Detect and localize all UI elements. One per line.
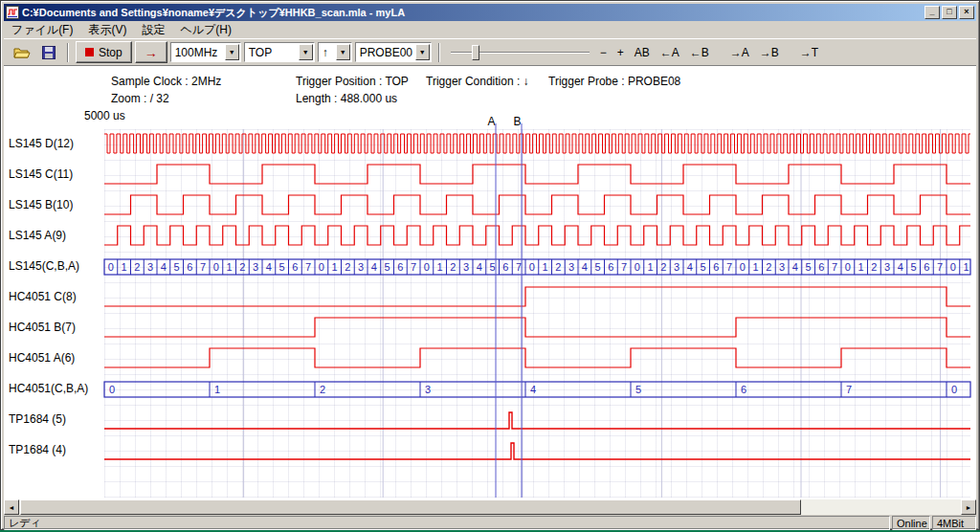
set-cursor-a-button[interactable]: →A [726, 44, 753, 61]
ab-button[interactable]: AB [631, 44, 654, 61]
scrollbar-thumb[interactable] [20, 499, 801, 515]
stop-button-label: Stop [99, 46, 122, 59]
chevron-down-icon[interactable]: ▼ [299, 44, 313, 60]
floppy-disk-icon [42, 46, 56, 59]
trigger-edge-value: ↑ [323, 46, 328, 59]
channel-label: HC4051 A(6) [9, 351, 75, 365]
channel-label: LS145 C(11) [9, 167, 73, 181]
goto-trigger-button[interactable]: →T [796, 44, 822, 61]
zoom-info: Zoom : / 32 [111, 92, 169, 105]
zoom-slider[interactable] [451, 43, 590, 62]
trigger-position-value: TOP [249, 46, 272, 59]
stop-icon [85, 48, 94, 56]
sample-clock-value: 100MHz [175, 46, 218, 59]
trigger-probe-value: PROBE00 [360, 46, 412, 59]
run-arrow-icon: → [145, 45, 158, 60]
sample-clock-select[interactable]: 100MHz ▼ [170, 42, 241, 62]
toolbar: Stop → 100MHz ▼ TOP ▼ ↑ ▼ PROBE00 ▼ − + … [4, 38, 976, 66]
trigger-position-info: Trigger Position : TOP [296, 75, 409, 88]
zoom-out-button[interactable]: − [596, 44, 611, 61]
menu-view[interactable]: 表示(V) [80, 20, 134, 40]
close-button[interactable]: × [959, 6, 974, 19]
trigger-probe-select[interactable]: PROBE00 ▼ [355, 42, 432, 62]
scroll-left-icon[interactable]: ◄ [4, 499, 19, 515]
maximize-button[interactable]: □ [942, 6, 957, 19]
channel-label: HC4051 B(7) [9, 321, 76, 334]
save-button[interactable] [36, 41, 60, 63]
status-memory: 4MBit [932, 516, 976, 530]
open-folder-icon [13, 46, 31, 59]
trigger-edge-select[interactable]: ↑ ▼ [318, 42, 352, 62]
menu-bar: ファイル(F) 表示(V) 設定 ヘルプ(H) [4, 21, 976, 38]
window-title: C:¥Documents and Settings¥noname¥デスクトップ¥… [22, 6, 923, 20]
horizontal-scrollbar[interactable]: ◄ ► [4, 499, 976, 515]
channel-label: LS145 B(10) [9, 198, 73, 211]
zoom-slider-thumb[interactable] [472, 45, 479, 60]
channel-label: HC4051 C(8) [9, 290, 77, 303]
channel-label: TP1684 (5) [9, 412, 66, 426]
menu-settings[interactable]: 設定 [134, 20, 172, 40]
chevron-down-icon[interactable]: ▼ [415, 44, 430, 60]
status-online: Online [892, 516, 930, 530]
toolbar-separator [438, 43, 440, 62]
sample-clock-info: Sample Clock : 2MHz [111, 75, 221, 88]
toolbar-separator [67, 43, 69, 62]
open-button[interactable] [10, 41, 33, 63]
time-division-label: 5000 us [84, 109, 125, 122]
channel-label: HC4051(C,B,A) [9, 382, 88, 395]
trigger-probe-info: Trigger Probe : PROBE08 [548, 75, 680, 88]
length-info: Length : 488.000 us [296, 92, 397, 105]
cursor-b-label[interactable]: B [513, 115, 522, 128]
status-bar: レディ Online 4MBit [4, 516, 976, 530]
menu-file[interactable]: ファイル(F) [4, 20, 80, 40]
title-bar[interactable]: C:¥Documents and Settings¥noname¥デスクトップ¥… [4, 4, 976, 21]
set-cursor-b-button[interactable]: →B [756, 44, 783, 61]
stop-button[interactable]: Stop [76, 41, 132, 63]
app-window: C:¥Documents and Settings¥noname¥デスクトップ¥… [0, 0, 980, 530]
menu-help[interactable]: ヘルプ(H) [172, 20, 239, 40]
goto-cursor-b-button[interactable]: ←B [686, 44, 713, 61]
status-ready: レディ [4, 516, 890, 530]
channel-label: LS145 D(12) [9, 137, 74, 150]
chevron-down-icon[interactable]: ▼ [336, 44, 350, 60]
channel-label: TP1684 (4) [9, 443, 66, 456]
waveform-grid [104, 129, 970, 498]
chevron-down-icon[interactable]: ▼ [225, 44, 239, 60]
minimize-button[interactable]: _ [924, 6, 940, 19]
cursor-a-label[interactable]: A [487, 115, 496, 128]
channel-label: LS145 A(9) [9, 229, 66, 242]
goto-cursor-a-button[interactable]: ←A [657, 44, 683, 61]
run-button[interactable]: → [135, 41, 167, 63]
zoom-in-button[interactable]: + [613, 44, 628, 61]
app-icon [6, 6, 19, 19]
scroll-right-icon[interactable]: ► [961, 499, 976, 515]
trigger-condition-info: Trigger Condition : ↓ [426, 75, 529, 88]
trigger-position-select[interactable]: TOP ▼ [244, 42, 315, 62]
channel-label: LS145(C,B,A) [9, 259, 79, 273]
